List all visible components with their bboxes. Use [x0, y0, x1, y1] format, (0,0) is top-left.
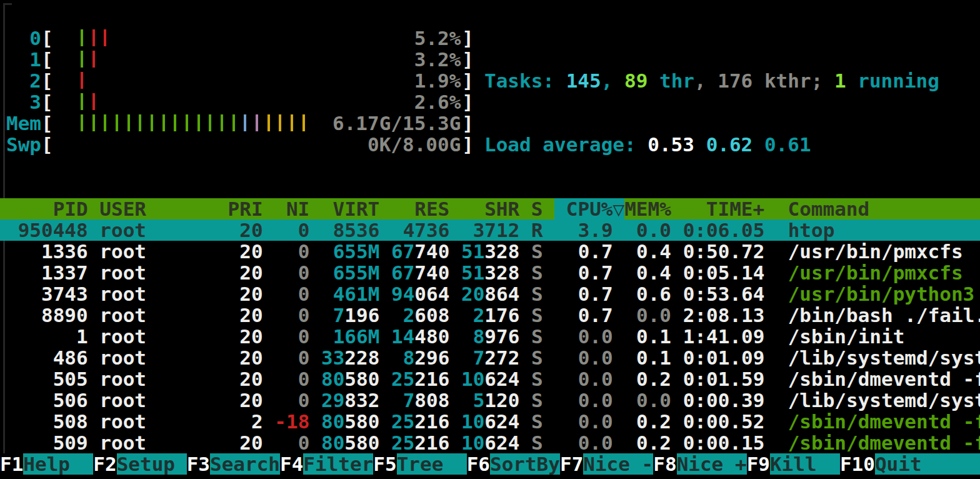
- memory-meter: Mem[6.17G/15.3G]: [6, 113, 474, 134]
- meter-bar-segment: [92, 93, 95, 110]
- swap-meter: Swp[0K/8.00G]: [6, 134, 474, 155]
- fnkey-f4[interactable]: F4Filter: [280, 453, 373, 475]
- meter-bar-segment: [128, 114, 130, 131]
- cpu-meter-3-label: 3: [6, 91, 41, 113]
- fnkey-label: F2: [93, 453, 116, 475]
- fnkey-label: F7: [560, 453, 583, 475]
- cpu-meter-0-bar: 5.2%: [53, 28, 462, 49]
- fnkey-label: F8: [653, 453, 676, 475]
- meter-bar-segment: [104, 114, 106, 131]
- fnkey-f5[interactable]: F5Tree: [373, 453, 466, 475]
- table-header-left[interactable]: PID USER PRI NI VIRT RES SHR S: [6, 198, 554, 219]
- memory-meter-bar: 6.17G/15.3G: [53, 113, 462, 134]
- fnkey-action: Filter: [303, 453, 373, 475]
- process-row-1336[interactable]: 1336 root 20 0 655M 67740 51328 S 0.7 0.…: [0, 241, 980, 262]
- fnkey-label: F3: [187, 453, 210, 475]
- process-row-950448[interactable]: 950448 root 20 0 8536 4736 3712 R 3.9 0.…: [0, 219, 980, 241]
- bracket: [: [41, 113, 53, 134]
- process-row-508[interactable]: 508 root 2 -18 80580 25216 10624 S 0.0 0…: [0, 411, 980, 432]
- meter-bar-segment: [221, 114, 223, 131]
- bracket: [: [41, 70, 53, 91]
- process-row-3743[interactable]: 3743 root 20 0 461M 94064 20864 S 0.7 0.…: [0, 283, 980, 305]
- bracket: ]: [462, 70, 474, 91]
- cpu-meter-1-value: 3.2%: [414, 49, 461, 70]
- meter-bar-segment: [81, 29, 83, 46]
- fnkey-label: F6: [467, 453, 490, 475]
- meter-bar-segment: [104, 29, 106, 46]
- meter-bar-segment: [198, 114, 200, 131]
- window-border-top: [3, 3, 12, 5]
- swap-meter-bar: 0K/8.00G: [53, 134, 462, 155]
- meter-bar-segment: [92, 29, 95, 46]
- meters-panel: 0[5.2%]1[3.2%]2[1.9%]3[2.6%]Mem[6.17G/15…: [6, 28, 474, 155]
- function-bar: F1Help F2Setup F3SearchF4FilterF5Tree F6…: [0, 453, 980, 475]
- fnkey-f8[interactable]: F8Nice +: [653, 453, 746, 475]
- meter-bar-segment: [116, 114, 118, 131]
- cpu-meter-0: 0[5.2%]: [6, 28, 474, 49]
- cpu-meter-0-label: 0: [6, 28, 41, 49]
- bracket: ]: [462, 113, 474, 134]
- cpu-meter-1-bar: 3.2%: [53, 49, 462, 70]
- process-row-486[interactable]: 486 root 20 0 33228 8296 7272 S 0.0 0.1 …: [0, 347, 980, 368]
- fnkey-f9[interactable]: F9Kill: [747, 453, 840, 475]
- fnkey-label: F5: [373, 453, 396, 475]
- meter-bar-segment: [162, 114, 165, 131]
- meter-bar-segment: [81, 72, 83, 89]
- swap-meter-label: Swp: [6, 134, 41, 155]
- meter-bar-segment: [291, 114, 293, 131]
- fnkey-label: F1: [0, 453, 23, 475]
- cpu-meter-0-value: 5.2%: [414, 28, 461, 49]
- fnkey-action: SortBy: [490, 453, 560, 475]
- process-row-1[interactable]: 1 root 20 0 166M 14480 8976 S 0.0 0.1 1:…: [0, 326, 980, 347]
- swap-meter-value: 0K/8.00G: [368, 134, 461, 155]
- cpu-meter-2-value: 1.9%: [414, 70, 461, 91]
- cpu-meter-1-label: 1: [6, 49, 41, 70]
- bracket: ]: [462, 28, 474, 49]
- process-row-509[interactable]: 509 root 20 0 80580 25216 10624 S 0.0 0.…: [0, 432, 980, 453]
- fnkey-f1[interactable]: F1Help: [0, 453, 93, 475]
- fnkey-label: F10: [840, 453, 875, 475]
- bracket: [: [41, 49, 53, 70]
- cpu-meter-2-label: 2: [6, 70, 41, 91]
- fnkey-action: Quit: [875, 453, 980, 475]
- screen-tabs: MainI/O: [6, 177, 201, 196]
- process-row-505[interactable]: 505 root 20 0 80580 25216 10624 S 0.0 0.…: [0, 368, 980, 390]
- meter-bar-segment: [279, 114, 281, 131]
- meter-bar-segment: [302, 114, 305, 131]
- process-row-506[interactable]: 506 root 20 0 29832 7808 5120 S 0.0 0.0 …: [0, 390, 980, 411]
- process-row-1337[interactable]: 1337 root 20 0 655M 67740 51328 S 0.7 0.…: [0, 262, 980, 283]
- meter-bar-segment: [256, 114, 258, 131]
- meter-bar-segment: [92, 51, 95, 68]
- meter-bar-segment: [268, 114, 270, 131]
- fnkey-label: F9: [747, 453, 770, 475]
- bracket: [: [41, 28, 53, 49]
- process-table-header[interactable]: PID USER PRI NI VIRT RES SHR S CPU%▽MEM%…: [0, 198, 980, 219]
- fnkey-f10[interactable]: F10Quit: [840, 453, 980, 475]
- cpu-meter-2: 2[1.9%]: [6, 70, 474, 91]
- fnkey-action: Nice -: [583, 453, 653, 475]
- meter-bar-segment: [209, 114, 211, 131]
- fnkey-f3[interactable]: F3Search: [187, 453, 280, 475]
- cpu-meter-3-value: 2.6%: [414, 91, 461, 113]
- fnkey-action: Search: [210, 453, 280, 475]
- load-average: Load average: 0.53 0.62 0.61: [484, 134, 939, 155]
- tasks-summary: Tasks: 145, 89 thr, 176 kthr; 1 running: [484, 70, 939, 91]
- table-header-right[interactable]: MEM% TIME+ Command: [624, 198, 869, 219]
- bracket: [: [41, 134, 53, 155]
- fnkey-action: Help: [23, 453, 93, 475]
- fnkey-f7[interactable]: F7Nice -: [560, 453, 653, 475]
- meter-bar-segment: [244, 114, 246, 131]
- meter-bar-segment: [232, 114, 235, 131]
- bracket: ]: [462, 49, 474, 70]
- process-row-8890[interactable]: 8890 root 20 0 7196 2608 2176 S 0.7 0.0 …: [0, 305, 980, 326]
- fnkey-f2[interactable]: F2Setup: [93, 453, 186, 475]
- cpu-meter-2-bar: 1.9%: [53, 70, 462, 91]
- fnkey-action: Tree: [397, 453, 467, 475]
- fnkey-action: Kill: [770, 453, 840, 475]
- htop-terminal-screen: 0[5.2%]1[3.2%]2[1.9%]3[2.6%]Mem[6.17G/15…: [0, 0, 980, 479]
- sort-column-cpu[interactable]: CPU%▽: [554, 198, 624, 219]
- meter-bar-segment: [174, 114, 176, 131]
- memory-meter-value: 6.17G/15.3G: [332, 113, 461, 134]
- fnkey-f6[interactable]: F6SortBy: [467, 453, 560, 475]
- meter-bar-segment: [81, 51, 83, 68]
